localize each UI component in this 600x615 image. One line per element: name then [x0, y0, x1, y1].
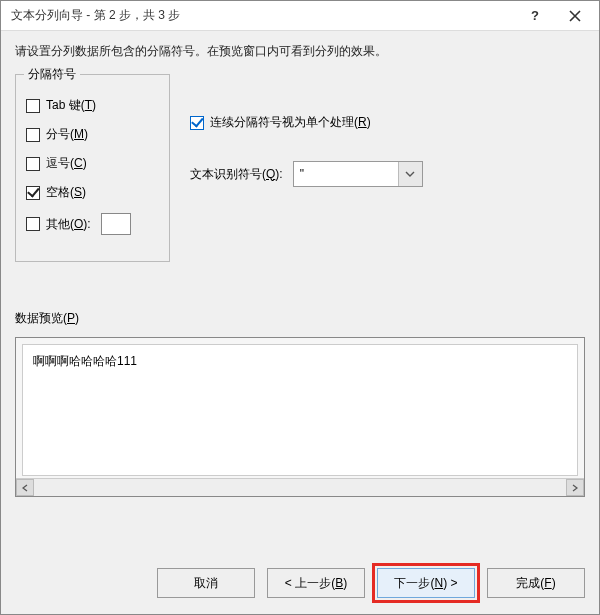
delimiters-legend: 分隔符号 — [24, 66, 80, 83]
delimiter-comma-label: 逗号(C) — [46, 155, 87, 172]
chevron-right-icon — [572, 484, 578, 492]
dialog-title: 文本分列向导 - 第 2 步，共 3 步 — [11, 7, 515, 24]
delimiter-tab-row[interactable]: Tab 键(T) — [26, 97, 159, 114]
close-icon — [569, 10, 581, 22]
options-row: 分隔符号 Tab 键(T) 分号(M) 逗号(C) 空格(S) — [15, 74, 585, 262]
cancel-button[interactable]: 取消 — [157, 568, 255, 598]
next-button[interactable]: 下一步(N) > — [377, 568, 475, 598]
delimiter-space-label: 空格(S) — [46, 184, 86, 201]
finish-button[interactable]: 完成(F) — [487, 568, 585, 598]
preview-scrollbar[interactable] — [16, 478, 584, 496]
text-qualifier-value: " — [294, 162, 398, 186]
close-button[interactable] — [555, 2, 595, 30]
titlebar: 文本分列向导 - 第 2 步，共 3 步 ? — [1, 1, 599, 31]
back-button[interactable]: < 上一步(B) — [267, 568, 365, 598]
treat-consecutive-label: 连续分隔符号视为单个处理(R) — [210, 114, 371, 131]
preview-box: 啊啊啊哈哈哈哈111 — [15, 337, 585, 497]
delimiter-comma-checkbox[interactable] — [26, 157, 40, 171]
treat-consecutive-row[interactable]: 连续分隔符号视为单个处理(R) — [190, 114, 585, 131]
delimiter-semicolon-label: 分号(M) — [46, 126, 88, 143]
delimiter-semicolon-checkbox[interactable] — [26, 128, 40, 142]
text-qualifier-row: 文本识别符号(Q): " — [190, 161, 585, 187]
delimiter-other-input[interactable] — [101, 213, 131, 235]
preview-section: 数据预览(P) 啊啊啊哈哈哈哈111 — [15, 310, 585, 548]
instruction-text: 请设置分列数据所包含的分隔符号。在预览窗口内可看到分列的效果。 — [15, 43, 585, 60]
text-qualifier-dropdown[interactable]: " — [293, 161, 423, 187]
treat-consecutive-checkbox[interactable] — [190, 116, 204, 130]
delimiter-other-checkbox[interactable] — [26, 217, 40, 231]
chevron-left-icon — [22, 484, 28, 492]
scroll-right-button[interactable] — [566, 479, 584, 496]
preview-sample-text: 啊啊啊哈哈哈哈111 — [33, 353, 137, 370]
delimiter-space-row[interactable]: 空格(S) — [26, 184, 159, 201]
delimiter-tab-checkbox[interactable] — [26, 99, 40, 113]
help-button[interactable]: ? — [515, 2, 555, 30]
delimiter-other-row[interactable]: 其他(O): — [26, 213, 159, 235]
preview-label: 数据预览(P) — [15, 310, 585, 327]
wizard-dialog: 文本分列向导 - 第 2 步，共 3 步 ? 请设置分列数据所包含的分隔符号。在… — [0, 0, 600, 615]
help-icon: ? — [531, 8, 539, 23]
preview-column: 啊啊啊哈哈哈哈111 — [22, 344, 578, 476]
right-options: 连续分隔符号视为单个处理(R) 文本识别符号(Q): " — [190, 74, 585, 262]
text-qualifier-label: 文本识别符号(Q): — [190, 166, 283, 183]
delimiter-tab-label: Tab 键(T) — [46, 97, 96, 114]
scroll-left-button[interactable] — [16, 479, 34, 496]
delimiter-other-label: 其他(O): — [46, 216, 91, 233]
delimiter-space-checkbox[interactable] — [26, 186, 40, 200]
delimiter-comma-row[interactable]: 逗号(C) — [26, 155, 159, 172]
chevron-down-icon — [405, 171, 415, 177]
button-row: 取消 < 上一步(B) 下一步(N) > 完成(F) — [1, 558, 599, 614]
text-qualifier-dropdown-button[interactable] — [398, 162, 422, 186]
delimiter-semicolon-row[interactable]: 分号(M) — [26, 126, 159, 143]
delimiters-fieldset: 分隔符号 Tab 键(T) 分号(M) 逗号(C) 空格(S) — [15, 74, 170, 262]
dialog-content: 请设置分列数据所包含的分隔符号。在预览窗口内可看到分列的效果。 分隔符号 Tab… — [1, 31, 599, 558]
